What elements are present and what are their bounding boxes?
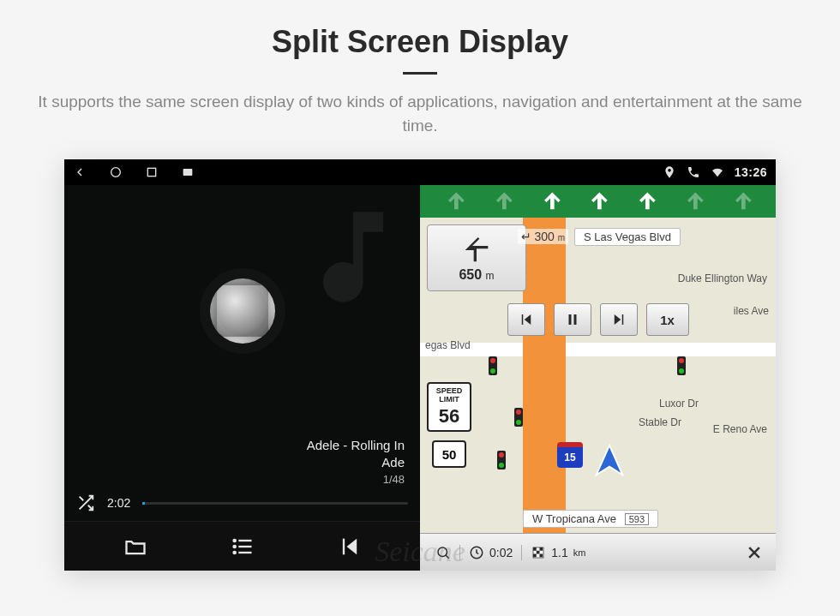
street-label: W Tropicana Ave 593: [523, 510, 658, 528]
svg-point-17: [438, 547, 447, 557]
svg-rect-13: [568, 314, 571, 325]
track-index: 1/48: [64, 472, 405, 487]
clock-time: 13:26: [735, 165, 767, 179]
page-title: Split Screen Display: [0, 0, 840, 60]
progress-slider[interactable]: [142, 502, 408, 505]
svg-point-0: [111, 168, 121, 177]
svg-rect-2: [183, 169, 193, 176]
home-icon[interactable]: [109, 165, 123, 179]
turn-left-icon: [459, 233, 494, 267]
svg-point-7: [233, 545, 235, 547]
svg-rect-10: [342, 538, 344, 554]
svg-rect-25: [540, 553, 543, 557]
lane-arrow-icon: [633, 189, 657, 213]
folder-icon[interactable]: [123, 535, 147, 559]
street-name: egas Blvd: [425, 339, 471, 351]
elapsed-time: 2:02: [107, 496, 130, 510]
turn-instruction-card[interactable]: 650 m ↵ 300 m: [427, 224, 526, 291]
speed-limit-sign: SPEED LIMIT 56: [427, 382, 471, 432]
music-bottom-bar: [64, 521, 420, 571]
traffic-light-icon: [677, 356, 686, 375]
phone-icon: [687, 165, 700, 179]
vehicle-cursor-icon: [590, 442, 629, 481]
lane-guidance-bar: [420, 185, 776, 218]
back-icon[interactable]: [73, 165, 87, 179]
music-pane: Adele - Rolling In Ade 1/48 2:02: [64, 185, 420, 571]
route-shield: 50: [432, 440, 466, 468]
lane-arrow-icon: [681, 189, 705, 213]
traffic-light-icon: [497, 451, 506, 469]
device-screen: 13:26 Adele - Rolling In Ade 1/48 2:02: [64, 159, 776, 571]
street-name: Luxor Dr: [659, 398, 699, 410]
location-icon: [663, 165, 676, 179]
sim-prev-button[interactable]: [507, 303, 545, 336]
sim-speed-button[interactable]: 1x: [646, 303, 689, 336]
secondary-distance: ↵ 300 m: [518, 229, 568, 244]
svg-rect-14: [573, 314, 576, 325]
sim-next-button[interactable]: [600, 303, 638, 336]
lane-arrow-icon: [490, 189, 514, 213]
traffic-light-icon: [514, 408, 523, 427]
sim-pause-button[interactable]: [554, 303, 591, 336]
svg-rect-21: [533, 547, 537, 551]
close-button[interactable]: [740, 538, 769, 567]
album-art-area[interactable]: [64, 185, 420, 437]
svg-marker-9: [346, 538, 357, 554]
svg-rect-22: [540, 547, 543, 551]
street-name: E Reno Ave: [713, 423, 767, 435]
lane-arrow-icon: [442, 189, 466, 213]
track-title: Adele - Rolling In: [64, 437, 405, 454]
status-bar: 13:26: [64, 159, 776, 185]
shuffle-icon[interactable]: [76, 493, 95, 512]
street-name: Duke Ellington Way: [678, 272, 767, 284]
svg-rect-23: [537, 550, 540, 553]
track-metadata: Adele - Rolling In Ade 1/48: [64, 437, 420, 493]
playlist-icon[interactable]: [231, 535, 255, 559]
nav-bottom-bar: 0:02 1.1 km: [420, 533, 776, 571]
lane-arrow-icon: [585, 189, 609, 213]
street-name: iles Ave: [734, 305, 769, 317]
page-subtitle: It supports the same screen display of t…: [26, 90, 814, 137]
svg-point-6: [233, 539, 235, 541]
picture-icon[interactable]: [181, 165, 195, 179]
track-artist: Ade: [64, 454, 405, 471]
navigation-pane[interactable]: S Las Vegas Blvd Duke Ellington Way iles…: [420, 185, 776, 571]
music-note-icon: [293, 197, 413, 317]
lane-arrow-icon: [729, 189, 753, 213]
lane-arrow-icon: [538, 189, 562, 213]
previous-track-icon[interactable]: [338, 535, 362, 559]
svg-marker-15: [614, 314, 621, 325]
svg-rect-1: [147, 168, 155, 176]
svg-rect-16: [621, 314, 623, 325]
recent-apps-icon[interactable]: [145, 165, 159, 179]
svg-rect-12: [521, 314, 523, 325]
zoom-button[interactable]: [427, 545, 459, 560]
svg-marker-11: [524, 314, 531, 325]
remaining-distance: 1.1 km: [521, 545, 594, 560]
play-button[interactable]: [210, 278, 275, 344]
traffic-light-icon: [489, 356, 497, 375]
svg-point-8: [233, 551, 235, 553]
street-label: S Las Vegas Blvd: [574, 228, 681, 246]
title-underline: [403, 72, 437, 75]
interstate-shield: 15: [557, 442, 583, 468]
eta-time: 0:02: [459, 545, 521, 560]
street-name: Stable Dr: [639, 416, 681, 428]
wifi-icon: [711, 165, 724, 179]
svg-rect-24: [533, 553, 537, 557]
playback-controls: 1x: [507, 303, 689, 336]
svg-line-18: [446, 555, 449, 559]
